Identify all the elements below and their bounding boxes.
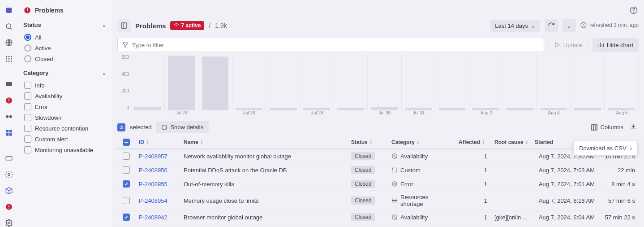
col-header-affected[interactable]: Affected▲▼ — [455, 136, 491, 148]
checkbox-icon — [24, 135, 31, 143]
col-header-status[interactable]: Status▲▼ — [348, 136, 388, 148]
category-check-custom-alert[interactable]: Custom alert — [23, 134, 107, 144]
row-checkbox[interactable] — [117, 194, 135, 207]
chart-bar-col[interactable] — [435, 55, 469, 110]
row-id[interactable]: P-2408954 — [135, 195, 180, 207]
nav-alert-icon[interactable] — [4, 203, 13, 211]
search-icon[interactable] — [4, 22, 13, 31]
timerange-selector[interactable]: Last 14 days ⌄ — [490, 20, 540, 32]
show-details-button[interactable]: Show details — [156, 121, 209, 133]
refreshed-label[interactable]: refreshed 3 min. ago — [580, 22, 639, 29]
row-checkbox[interactable] — [117, 150, 135, 162]
col-header-category[interactable]: Category▲▼ — [388, 136, 455, 148]
svg-point-10 — [9, 61, 10, 62]
nav-apps-icon[interactable] — [4, 129, 13, 137]
help-icon[interactable] — [630, 6, 638, 16]
chart-bar-col[interactable] — [368, 55, 402, 110]
chart-bar-col[interactable] — [537, 55, 571, 110]
selection-count-badge: 3 — [117, 123, 125, 131]
apps-grid-icon[interactable] — [4, 55, 13, 63]
hide-chart-button[interactable]: Hide chart — [592, 38, 639, 52]
status-radio-all[interactable]: All — [23, 32, 107, 43]
resources-icon — [391, 197, 398, 204]
columns-button[interactable]: Columns — [591, 124, 623, 131]
svg-rect-37 — [392, 168, 396, 172]
active-count-badge[interactable]: 7 active — [170, 21, 204, 30]
chart-bar-col[interactable] — [266, 55, 300, 110]
refresh-button[interactable] — [545, 19, 558, 32]
chart[interactable]: 6004002000 Jul 24Jul 26Jul 28Jul 30Jul 3… — [117, 55, 639, 118]
row-checkbox[interactable] — [117, 178, 135, 190]
row-duration: 22 min — [598, 164, 639, 176]
table-row[interactable]: P-2408957Network availability monitor gl… — [117, 149, 639, 163]
status-radio-active[interactable]: Active — [23, 43, 107, 53]
table-row[interactable]: P-2408942Browser monitor global outageCl… — [117, 210, 639, 224]
chart-bar-col[interactable] — [198, 55, 232, 110]
nav-dashboard-icon[interactable] — [4, 80, 13, 88]
update-button[interactable]: Update — [549, 38, 588, 52]
chart-bar-col[interactable] — [300, 55, 334, 110]
chart-bar-col[interactable] — [605, 55, 639, 110]
chart-bar-col[interactable] — [232, 55, 266, 110]
row-id[interactable]: P-2408956 — [135, 164, 180, 176]
category-check-slowdown[interactable]: Slowdown — [23, 112, 107, 123]
row-root — [491, 181, 531, 187]
status-section-header[interactable]: Status ⌄ — [23, 22, 107, 28]
filter-panel: Problems Status ⌄ AllActiveClosed Catego… — [18, 0, 112, 227]
nav-observe-icon[interactable] — [4, 113, 13, 121]
status-radio-closed[interactable]: Closed — [23, 53, 107, 64]
toggle-panel-button[interactable] — [117, 19, 131, 32]
table-header-row: ID▲▼ Name▲▼ Status▲▼ Category▲▼ Affected… — [117, 136, 639, 149]
svg-rect-30 — [27, 12, 28, 13]
col-header-id[interactable]: ID▲▼ — [135, 136, 180, 148]
radio-label: Active — [35, 45, 51, 52]
nav-problems-icon[interactable] — [4, 96, 13, 105]
row-id[interactable]: P-2408955 — [135, 178, 180, 190]
nav-settings-icon[interactable] — [4, 170, 13, 179]
filter-input[interactable] — [132, 42, 539, 48]
refresh-options-button[interactable]: ⌄ — [562, 19, 576, 32]
row-checkbox[interactable] — [117, 211, 135, 223]
chart-bar-col[interactable] — [571, 55, 605, 110]
chart-bar-col[interactable] — [402, 55, 436, 110]
nav-globe-icon[interactable] — [4, 39, 13, 47]
chart-bar-col[interactable] — [503, 55, 537, 110]
col-header-root[interactable]: Root cause▲▼ — [491, 136, 531, 148]
category-check-info[interactable]: Info — [23, 80, 107, 91]
chart-bar-col[interactable] — [165, 55, 199, 110]
svg-point-6 — [6, 58, 7, 60]
col-header-name[interactable]: Name▲▼ — [180, 136, 348, 148]
xtick-label: Aug 4 — [548, 110, 560, 115]
download-button[interactable] — [628, 121, 639, 133]
download-csv-popover[interactable]: Download as CSV › — [573, 141, 638, 156]
checkbox-label: Info — [35, 82, 45, 89]
row-affected: 1 — [455, 164, 491, 176]
select-all-checkbox[interactable] — [117, 136, 135, 148]
checkbox-label: Error — [35, 104, 48, 110]
category-check-resource-contention[interactable]: Resource contention — [23, 123, 107, 134]
row-started: Aug 7, 2024, 7:01 AM — [531, 178, 598, 190]
xtick-label: Jul 31 — [413, 110, 425, 115]
nav-logo-icon[interactable] — [4, 6, 13, 14]
table-row[interactable]: P-2408955Out-of-memory killsClosedError1… — [117, 177, 639, 191]
xtick-label: Aug 6 — [616, 110, 627, 115]
nav-infra-icon[interactable] — [4, 154, 13, 162]
chart-bar-col[interactable] — [334, 55, 368, 110]
filter-input-wrapper[interactable] — [117, 38, 544, 52]
table-row[interactable]: P-2408956Potential DDoS attack on the Or… — [117, 163, 639, 177]
checkbox-label: Resource contention — [35, 125, 88, 132]
row-id[interactable]: P-2408942 — [135, 211, 180, 223]
chart-bar-col[interactable] — [131, 55, 165, 110]
category-check-error[interactable]: Error — [23, 101, 107, 112]
nav-gear-icon[interactable] — [4, 219, 13, 227]
category-check-availability[interactable]: Availability — [23, 91, 107, 101]
svg-rect-35 — [592, 125, 597, 130]
nav-cube-icon[interactable] — [4, 187, 13, 195]
table-row[interactable]: P-2408954Memory usage close to limitsClo… — [117, 191, 639, 210]
category-section-header[interactable]: Category ⌄ — [23, 70, 107, 76]
row-name: Browser monitor global outage — [180, 211, 348, 223]
row-id[interactable]: P-2408957 — [135, 150, 180, 162]
chart-bar-col[interactable] — [469, 55, 503, 110]
row-checkbox[interactable] — [117, 164, 135, 176]
category-check-monitoring-unavailable[interactable]: Monitoring unavailable — [23, 144, 107, 155]
